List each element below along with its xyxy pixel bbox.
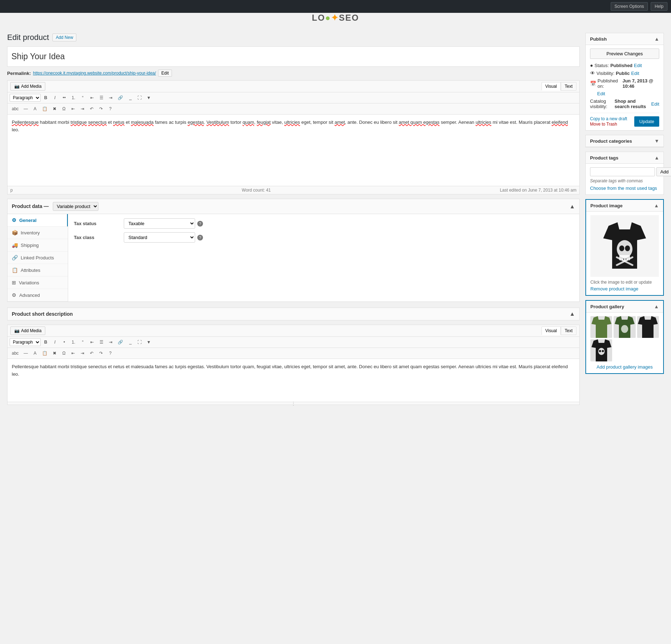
sd-align-center-button[interactable]: ☰ <box>97 338 106 346</box>
visibility-edit-link[interactable]: Edit <box>631 71 639 76</box>
help-button[interactable]: Help <box>651 2 667 11</box>
short-desc-add-media-button[interactable]: 📷 Add Media <box>10 326 45 335</box>
align-right-button[interactable]: ⇥ <box>106 94 115 102</box>
gallery-thumb-2[interactable] <box>614 316 635 338</box>
sd-paste-button[interactable]: 📋 <box>40 349 50 357</box>
clear-format-button[interactable]: ✖ <box>50 105 59 113</box>
tag-input[interactable] <box>590 167 655 176</box>
editor-resize-handle[interactable]: ⋮ <box>7 402 579 405</box>
hr-button[interactable]: — <box>21 105 30 113</box>
sd-strikethrough-button[interactable]: abc <box>10 349 21 357</box>
sd-align-left-button[interactable]: ⇤ <box>88 338 96 346</box>
blockquote-button[interactable]: “ <box>78 94 87 102</box>
product-image-panel-header[interactable]: Product image ▲ <box>586 200 663 212</box>
special-char-button[interactable]: Ω <box>60 105 68 113</box>
tab-advanced[interactable]: ⚙ Advanced <box>7 289 68 301</box>
sd-bold-button[interactable]: B <box>41 338 50 346</box>
paste-text-button[interactable]: 📋 <box>40 105 50 113</box>
tag-choose-link[interactable]: Choose from the most used tags <box>590 186 657 191</box>
tab-inventory[interactable]: 📦 Inventory <box>7 227 68 239</box>
tags-panel-toggle[interactable]: ▲ <box>654 155 659 161</box>
unordered-list-button[interactable]: •• <box>60 94 68 102</box>
align-left-button[interactable]: ⇤ <box>88 94 96 102</box>
short-desc-toggle[interactable]: ▲ <box>569 311 575 317</box>
paragraph-select[interactable]: Paragraph <box>10 94 41 102</box>
status-edit-link[interactable]: Edit <box>634 63 642 68</box>
undo-button[interactable]: ↶ <box>87 105 96 113</box>
add-gallery-link[interactable]: Add product gallery images <box>590 364 659 370</box>
categories-panel-header[interactable]: Product categories ▼ <box>586 135 664 147</box>
remove-image-link[interactable]: Remove product image <box>590 286 659 291</box>
gallery-thumb-1[interactable] <box>590 316 612 338</box>
text-color-button[interactable]: A <box>31 105 39 113</box>
tax-status-help[interactable]: ? <box>197 221 203 227</box>
tag-add-button[interactable]: Add <box>656 167 671 176</box>
bold-button[interactable]: B <box>41 94 50 102</box>
catalog-edit-link[interactable]: Edit <box>651 101 659 107</box>
sd-undo-button[interactable]: ↶ <box>87 349 96 357</box>
sd-special-char-button[interactable]: Ω <box>60 349 68 357</box>
editor-content[interactable]: Pellentesque habitant morbi tristique se… <box>7 115 579 186</box>
move-trash-link[interactable]: Move to Trash <box>590 122 617 127</box>
permalink-url[interactable]: https://onecook.it.mystaging.website.com… <box>33 71 156 76</box>
product-data-header[interactable]: Product data — Variable product ▲ <box>7 199 580 214</box>
update-button[interactable]: Update <box>634 116 659 127</box>
insert-link-button[interactable]: 🔗 <box>116 94 125 102</box>
outdent-button[interactable]: ⇤ <box>69 105 77 113</box>
tab-attributes[interactable]: 📋 Attributes <box>7 264 68 277</box>
sd-link-button[interactable]: 🔗 <box>116 338 125 346</box>
sd-align-right-button[interactable]: ⇥ <box>106 338 115 346</box>
short-desc-content[interactable]: Pellentesque habitant morbi tristique se… <box>7 359 579 402</box>
insert-more-button[interactable]: ⎯ <box>126 94 134 102</box>
fullscreen-button[interactable]: ⛶ <box>135 94 144 102</box>
italic-button[interactable]: I <box>51 94 59 102</box>
text-tab[interactable]: Text <box>561 82 576 91</box>
sd-text-color-button[interactable]: A <box>31 349 39 357</box>
sd-ul-button[interactable]: • <box>60 338 68 346</box>
product-type-select[interactable]: Variable product <box>53 202 98 211</box>
sd-hr-button[interactable]: — <box>21 349 30 357</box>
product-data-toggle[interactable]: ▲ <box>569 203 575 210</box>
short-desc-text-tab[interactable]: Text <box>561 326 576 335</box>
sd-outdent-button[interactable]: ⇤ <box>69 349 77 357</box>
tax-class-help[interactable]: ? <box>197 235 203 240</box>
product-image-container[interactable] <box>590 215 659 277</box>
categories-panel-toggle[interactable]: ▼ <box>654 138 659 144</box>
copy-draft-link[interactable]: Copy to a new draft <box>590 116 627 121</box>
tab-variations[interactable]: ⊞ Variations <box>7 277 68 289</box>
tax-class-select[interactable]: Standard <box>124 232 195 243</box>
sd-indent-button[interactable]: ⇥ <box>78 349 87 357</box>
published-edit-link[interactable]: Edit <box>597 91 605 96</box>
sd-more-button[interactable]: ⎯ <box>126 338 134 346</box>
sd-redo-button[interactable]: ↷ <box>97 349 105 357</box>
tab-shipping[interactable]: 🚚 Shipping <box>7 239 68 252</box>
screen-options-button[interactable]: Screen Options <box>611 2 648 11</box>
sd-fullscreen-button[interactable]: ⛶ <box>135 338 144 346</box>
help-toolbar-button[interactable]: ? <box>106 105 115 113</box>
sd-ol-button[interactable]: 1. <box>69 338 78 346</box>
redo-button[interactable]: ↷ <box>97 105 105 113</box>
align-center-button[interactable]: ☰ <box>97 94 106 102</box>
product-title-input[interactable] <box>7 46 580 67</box>
visual-tab[interactable]: Visual <box>542 82 561 91</box>
gallery-thumb-4[interactable] <box>590 339 612 361</box>
gallery-panel-header[interactable]: Product gallery ▲ <box>586 301 663 313</box>
sd-help-button[interactable]: ? <box>106 349 115 357</box>
sd-clear-button[interactable]: ✖ <box>50 349 59 357</box>
indent-button[interactable]: ⇥ <box>78 105 87 113</box>
publish-panel-header[interactable]: Publish ▲ <box>586 33 664 45</box>
sd-blockquote-button[interactable]: “ <box>78 338 87 346</box>
sd-italic-button[interactable]: I <box>51 338 59 346</box>
tags-panel-header[interactable]: Product tags ▲ <box>586 152 664 164</box>
short-desc-paragraph-select[interactable]: Paragraph <box>10 338 41 346</box>
tab-linked-products[interactable]: 🔗 Linked Products <box>7 252 68 264</box>
gallery-panel-toggle[interactable]: ▲ <box>654 304 659 309</box>
ordered-list-button[interactable]: 1. <box>69 94 78 102</box>
short-desc-header[interactable]: Product short description ▲ <box>7 308 580 320</box>
add-media-button[interactable]: 📷 Add Media <box>10 82 45 91</box>
strikethrough-button[interactable]: abc <box>10 105 21 113</box>
tax-status-select[interactable]: Taxable <box>124 218 195 229</box>
preview-changes-button[interactable]: Preview Changes <box>590 49 659 59</box>
sd-toolbar-toggle-button[interactable]: ▼ <box>144 338 153 346</box>
product-image-panel-toggle[interactable]: ▲ <box>654 203 659 208</box>
